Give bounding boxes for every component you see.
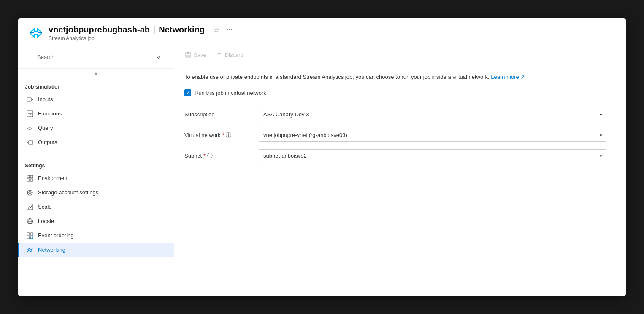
sidebar-search-section: 🔍 « xyxy=(18,46,174,69)
save-icon xyxy=(185,52,191,58)
environment-label: Environment xyxy=(38,175,69,181)
search-input[interactable] xyxy=(25,51,167,63)
subscription-label: Subscription xyxy=(184,111,252,118)
job-simulation-label: Job simulation xyxy=(18,78,174,92)
checkmark-icon: ✓ xyxy=(186,90,190,96)
settings-label: Settings xyxy=(18,157,174,171)
learn-more-link[interactable]: Learn more ↗ xyxy=(491,74,525,80)
svg-text:<>: <> xyxy=(27,126,32,132)
subscription-select-wrapper: ASA Canary Dev 3 ▾ xyxy=(259,108,606,121)
virtual-network-row: Virtual network * ⓘ vnetjobpupre-vnet (r… xyxy=(184,129,606,142)
sidebar-item-environment[interactable]: Environment xyxy=(18,171,174,185)
app-window: vnetjobpuprebugbash-ab | Networking ☆ ··… xyxy=(18,18,626,296)
subnet-select-wrapper: subnet-anboisve2 ▾ xyxy=(259,149,606,162)
virtual-network-checkbox[interactable]: ✓ xyxy=(184,89,191,96)
svg-rect-24 xyxy=(30,233,33,235)
query-label: Query xyxy=(38,125,53,131)
scroll-up-indicator: ▲ xyxy=(18,69,174,78)
content-body: To enable use of private endpoints in a … xyxy=(174,64,626,171)
subnet-label: Subnet * ⓘ xyxy=(184,152,252,160)
checkbox-label: Run this job in virtual network xyxy=(195,90,266,96)
svg-rect-9 xyxy=(27,175,30,178)
environment-icon xyxy=(26,174,34,182)
header-title-group: vnetjobpuprebugbash-ab | Networking ☆ ··… xyxy=(49,25,234,41)
sidebar-item-locale[interactable]: Locale xyxy=(18,214,174,228)
svg-rect-28 xyxy=(187,52,189,54)
search-row: 🔍 « xyxy=(25,51,167,63)
header: vnetjobpuprebugbash-ab | Networking ☆ ··… xyxy=(18,18,626,46)
svg-rect-4 xyxy=(27,98,31,101)
svg-rect-25 xyxy=(27,236,30,239)
functions-icon: fn xyxy=(26,110,34,118)
app-logo xyxy=(28,25,43,40)
sidebar-item-functions[interactable]: fn Functions xyxy=(18,107,174,121)
svg-rect-12 xyxy=(30,179,33,181)
locale-icon xyxy=(26,217,34,225)
discard-label: Discard xyxy=(225,52,244,58)
header-subtitle: Stream Analytics job xyxy=(49,35,234,41)
sidebar: 🔍 « ▲ Job simulation Inputs fn xyxy=(18,46,174,296)
outputs-icon xyxy=(26,139,34,146)
toolbar: Save Discard xyxy=(174,46,626,64)
functions-label: Functions xyxy=(38,110,62,117)
save-button[interactable]: Save xyxy=(181,49,211,61)
checkbox-row: ✓ Run this job in virtual network xyxy=(184,89,616,96)
inputs-icon xyxy=(26,96,34,103)
storage-account-settings-icon xyxy=(26,189,34,196)
subscription-row: Subscription ASA Canary Dev 3 ▾ xyxy=(184,108,606,121)
subnet-select[interactable]: subnet-anboisve2 xyxy=(259,149,606,162)
subnet-required: * xyxy=(203,153,206,159)
more-options-button[interactable]: ··· xyxy=(225,25,234,34)
virtual-network-select[interactable]: vnetjobpupre-vnet (rg-anboisve03) xyxy=(259,129,606,142)
inputs-label: Inputs xyxy=(38,96,53,102)
networking-label: Networking xyxy=(38,247,65,253)
header-actions: ☆ ··· xyxy=(211,25,234,35)
sidebar-item-query[interactable]: <> Query xyxy=(18,121,174,135)
info-text-content: To enable use of private endpoints in a … xyxy=(184,74,490,80)
svg-rect-8 xyxy=(29,141,33,144)
event-ordering-icon xyxy=(26,232,34,239)
svg-rect-29 xyxy=(186,55,190,57)
page-section: Networking xyxy=(159,25,205,35)
svg-rect-11 xyxy=(27,179,30,181)
locale-label: Locale xyxy=(38,218,54,224)
discard-button[interactable]: Discard xyxy=(212,49,248,61)
virtual-network-label: Virtual network * ⓘ xyxy=(184,132,252,139)
sidebar-divider-1 xyxy=(25,153,167,153)
scale-icon xyxy=(26,203,34,211)
svg-rect-10 xyxy=(30,175,33,178)
sidebar-item-storage-account-settings[interactable]: Storage account settings xyxy=(18,185,174,200)
event-ordering-label: Event ordering xyxy=(38,232,74,239)
collapse-sidebar-button[interactable]: « xyxy=(157,54,160,60)
save-label: Save xyxy=(194,52,206,58)
sidebar-item-outputs[interactable]: Outputs xyxy=(18,135,174,150)
main-layout: 🔍 « ▲ Job simulation Inputs fn xyxy=(18,46,626,296)
favorite-button[interactable]: ☆ xyxy=(211,25,221,35)
virtual-network-select-wrapper: vnetjobpupre-vnet (rg-anboisve03) ▾ xyxy=(259,129,606,142)
svg-text:fn: fn xyxy=(28,112,32,116)
svg-point-14 xyxy=(29,191,31,193)
networking-icon xyxy=(26,246,34,254)
svg-rect-26 xyxy=(30,236,33,239)
header-pipe: | xyxy=(153,25,155,35)
subnet-row: Subnet * ⓘ subnet-anboisve2 ▾ xyxy=(184,149,606,162)
scale-label: Scale xyxy=(38,204,52,210)
svg-rect-23 xyxy=(27,233,30,235)
sidebar-item-inputs[interactable]: Inputs xyxy=(18,92,174,107)
discard-icon xyxy=(216,52,222,58)
sidebar-item-scale[interactable]: Scale xyxy=(18,200,174,214)
query-icon: <> xyxy=(26,124,34,132)
sidebar-item-networking[interactable]: Networking xyxy=(18,243,174,257)
virtual-network-required: * xyxy=(222,132,225,138)
outputs-label: Outputs xyxy=(38,139,57,145)
resource-name: vnetjobpuprebugbash-ab xyxy=(49,25,150,35)
header-title: vnetjobpuprebugbash-ab | Networking ☆ ··… xyxy=(49,25,234,35)
info-text: To enable use of private endpoints in a … xyxy=(184,73,564,81)
subscription-select[interactable]: ASA Canary Dev 3 xyxy=(259,108,606,121)
sidebar-item-event-ordering[interactable]: Event ordering xyxy=(18,228,174,243)
storage-account-settings-label: Storage account settings xyxy=(38,189,98,196)
virtual-network-info-icon[interactable]: ⓘ xyxy=(226,132,231,139)
subnet-info-icon[interactable]: ⓘ xyxy=(207,152,213,160)
form-rows: Subscription ASA Canary Dev 3 ▾ Virtual xyxy=(184,108,606,162)
content-area: Save Discard To enable use of private en… xyxy=(174,46,626,296)
